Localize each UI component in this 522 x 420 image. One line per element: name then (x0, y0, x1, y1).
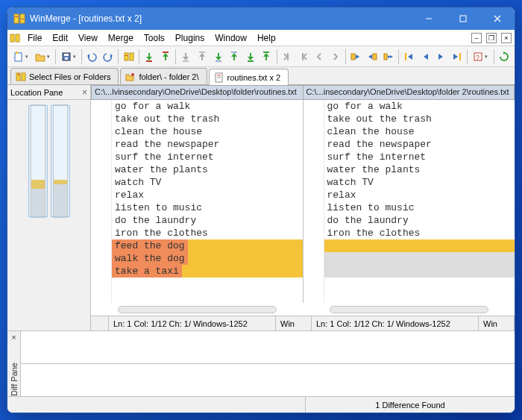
statusbar-diffcount: 1 Difference Found (306, 399, 515, 411)
left-status-encoding: Win (276, 316, 312, 330)
right-text-pane[interactable]: go for a walktake out the trashclean the… (304, 100, 515, 303)
text-line: read the newspaper (324, 138, 515, 151)
diff-pane-top[interactable] (21, 331, 515, 364)
svg-rect-11 (16, 51, 18, 54)
statusbar: 1 Difference Found (7, 396, 515, 413)
text-line: relax (324, 189, 515, 201)
text-line: clean the house (324, 125, 515, 138)
svg-rect-16 (130, 53, 133, 60)
right-file-path[interactable]: C:\...insecondary\OneDrive\Desktop\folde… (304, 85, 515, 100)
svg-point-37 (18, 74, 19, 75)
copy-left-button[interactable] (365, 48, 380, 65)
maximize-button[interactable] (446, 7, 480, 30)
location-bar-right[interactable] (53, 104, 68, 218)
location-pane-title: Location Pane (10, 88, 63, 97)
menu-window[interactable]: Window (210, 30, 252, 46)
next-right-button[interactable] (328, 48, 344, 65)
all-right-button[interactable] (433, 48, 449, 65)
svg-rect-3 (21, 19, 24, 19)
minimize-button[interactable] (412, 7, 446, 30)
menu-file[interactable]: File (22, 30, 47, 46)
menubar: FileEditViewMergeToolsPluginsWindowHelp … (7, 30, 515, 46)
svg-rect-30 (384, 54, 387, 60)
tab-1[interactable]: folder\ - folder 2\ (120, 68, 207, 84)
right-status-info: Ln: 1 Col: 1/12 Ch: 1/ Windows-1252 (312, 316, 479, 330)
tabbar: Select Files or Foldersfolder\ - folder … (7, 67, 515, 85)
diff-pane-bottom[interactable] (21, 364, 515, 396)
text-line: water the plants (324, 163, 515, 176)
svg-rect-15 (125, 53, 128, 60)
text-line: clean the house (112, 125, 303, 138)
text-line: relax (112, 189, 303, 201)
reload-button[interactable] (496, 48, 512, 65)
menu-view[interactable]: View (73, 30, 103, 46)
menu-tools[interactable]: Tools (139, 30, 170, 46)
tab-0[interactable]: Select Files or Folders (10, 68, 119, 84)
svg-rect-17 (125, 55, 128, 56)
svg-rect-25 (263, 51, 269, 53)
new-button[interactable] (10, 48, 31, 65)
first-diff-button[interactable] (243, 48, 259, 65)
svg-rect-36 (22, 73, 25, 81)
svg-rect-24 (248, 60, 254, 62)
all-left-button[interactable] (418, 48, 433, 65)
menu-plugins[interactable]: Plugins (170, 30, 210, 46)
all-right-last-button[interactable] (450, 48, 465, 65)
menu-merge[interactable]: Merge (103, 30, 139, 46)
tab-icon (16, 72, 26, 82)
menu-edit[interactable]: Edit (47, 30, 73, 46)
application-window: WinMerge - [routines.txt x 2] FileEditVi… (7, 7, 515, 413)
redo-button[interactable] (101, 48, 116, 65)
open-button[interactable] (32, 48, 53, 65)
text-line: iron the clothes (324, 227, 515, 239)
prev-diff-button[interactable] (195, 48, 210, 65)
all-left-first-button[interactable] (401, 48, 417, 65)
titlebar[interactable]: WinMerge - [routines.txt x 2] (7, 7, 515, 30)
prev-conflicted-button[interactable] (280, 48, 295, 65)
left-text-pane[interactable]: go for a walktake out the trashclean the… (91, 100, 304, 303)
text-line: listen to music (324, 201, 515, 214)
tab-2[interactable]: routines.txt x 2 (209, 69, 289, 85)
mdi-minimize-button[interactable]: – (471, 33, 482, 43)
app-menu-icon[interactable] (7, 30, 22, 46)
mdi-close-button[interactable]: × (501, 33, 512, 43)
text-line: take a taxi (112, 265, 182, 278)
last-diff-button[interactable] (178, 48, 194, 65)
undo-button[interactable] (84, 48, 100, 65)
save-button[interactable] (58, 48, 79, 65)
compare-button[interactable] (121, 48, 136, 65)
curr-diff-button[interactable] (227, 48, 242, 65)
svg-point-38 (131, 73, 134, 76)
diff-pane-close-icon[interactable]: × (7, 331, 20, 342)
location-pane-header: Location Pane × (7, 85, 90, 100)
copy-all-right-button[interactable] (380, 48, 396, 65)
file-path-row: C:\...lvinsecondary\OneDrive\Desktop\fol… (91, 85, 515, 100)
goto-diff-button[interactable] (259, 48, 274, 65)
left-file-path[interactable]: C:\...lvinsecondary\OneDrive\Desktop\fol… (91, 85, 304, 100)
text-line: feed the dog (112, 239, 188, 252)
prev-left-button[interactable] (312, 48, 327, 65)
next-diff-button[interactable] (210, 48, 226, 65)
text-line (324, 239, 515, 252)
svg-rect-10 (15, 53, 22, 61)
location-bar-left[interactable] (31, 104, 45, 218)
mdi-controls: – ❐ × (471, 30, 515, 46)
main-content: Location Pane × C:\...lvinsecondary\OneD… (7, 85, 515, 330)
menu-help[interactable]: Help (252, 30, 281, 46)
right-hscrollbar[interactable] (303, 303, 515, 316)
text-line (324, 265, 515, 278)
left-status-info: Ln: 1 Col: 1/12 Ch: 1/ Windows-1252 (109, 316, 276, 330)
location-pane-close-icon[interactable]: × (82, 87, 87, 98)
text-line: go for a walk (324, 100, 515, 113)
close-button[interactable] (480, 7, 515, 30)
left-hscrollbar[interactable] (91, 303, 303, 316)
diff-next-button[interactable] (157, 48, 173, 65)
window-title: WinMerge - [routines.txt x 2] (30, 13, 412, 24)
svg-rect-29 (373, 54, 377, 60)
mdi-restore-button[interactable]: ❐ (486, 33, 497, 43)
next-conflicted-button[interactable] (295, 48, 311, 65)
refresh-button[interactable]: ? (470, 48, 491, 65)
copy-right-button[interactable] (348, 48, 364, 65)
text-line: take out the trash (112, 113, 303, 125)
diff-first-button[interactable] (142, 48, 157, 65)
